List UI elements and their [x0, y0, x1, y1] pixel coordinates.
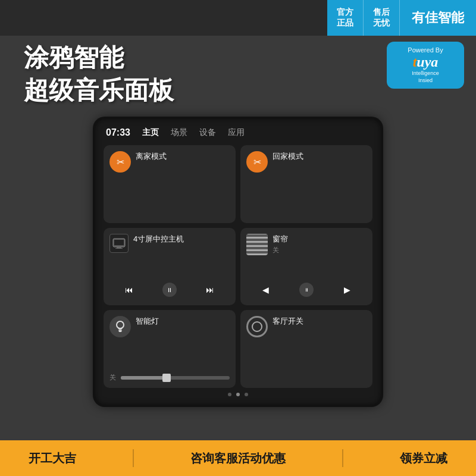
card-header: ✂ 离家模式: [109, 151, 230, 173]
controller-icon: [109, 234, 129, 253]
product-title: 涂鸦智能 超级音乐面板: [24, 42, 357, 107]
light-controls: 关: [109, 373, 230, 382]
away-mode-icon: ✂: [109, 151, 131, 173]
nav-app[interactable]: 应用: [228, 127, 245, 138]
home-mode-title: 回家模式: [273, 151, 303, 162]
svg-rect-3: [115, 248, 123, 249]
away-mode-title: 离家模式: [136, 151, 167, 162]
card-header: 客厅开关: [246, 316, 367, 337]
svg-rect-2: [117, 247, 121, 248]
bottom-banner: 开工大吉 咨询客服活动优惠 领券立减: [0, 440, 476, 476]
svg-rect-5: [118, 330, 122, 331]
away-mode-card[interactable]: ✂ 离家模式: [104, 145, 236, 223]
smart-light-card[interactable]: 智能灯 关: [104, 310, 236, 388]
controller-media-controls: ⏮ ⏸ ⏭: [109, 280, 230, 299]
controller-title: 4寸屏中控主机: [133, 234, 184, 245]
curtain-pause-btn[interactable]: ⏸: [299, 283, 314, 297]
device-frame: 07:33 主页 场景 设备 应用 ✂ 离家模式 ✂ 回家模式: [95, 119, 381, 405]
play-pause-btn[interactable]: ⏸: [162, 283, 177, 297]
switch-title: 客厅开关: [273, 316, 303, 327]
prev-btn[interactable]: ⏮: [123, 284, 136, 296]
living-switch-card[interactable]: 客厅开关: [240, 310, 372, 388]
divider-1: [133, 449, 134, 467]
divider-2: [342, 449, 343, 467]
tuya-badge: Powered By tuya Intelligence Insied: [387, 42, 464, 89]
page-dots: [101, 390, 375, 399]
tuya-subtitle: Intelligence Insied: [412, 70, 439, 84]
svg-rect-1: [114, 240, 124, 245]
curtain-title: 窗帘: [273, 234, 288, 245]
card-header: 智能灯: [109, 316, 230, 337]
svg-rect-6: [119, 331, 121, 332]
home-mode-icon: ✂: [246, 151, 268, 173]
curtain-left-btn[interactable]: ◀: [260, 284, 271, 296]
nav-home[interactable]: 主页: [142, 127, 159, 138]
light-status: 关: [109, 373, 116, 382]
official-badge: 官方 正品: [327, 0, 364, 36]
curtain-status: 关: [273, 246, 288, 255]
curtain-card[interactable]: 窗帘 关 ◀ ⏸ ▶: [240, 228, 372, 306]
next-btn[interactable]: ⏭: [203, 284, 217, 296]
switch-icon: [246, 316, 268, 337]
bottom-item-2: 咨询客服活动优惠: [190, 450, 286, 466]
tuya-logo: tuya: [413, 55, 439, 69]
svg-point-4: [117, 321, 124, 328]
powered-by-text: Powered By: [408, 46, 443, 54]
bottom-item-1: 开工大吉: [29, 450, 76, 466]
curtain-controls: ◀ ⏸ ▶: [246, 280, 367, 299]
nav-device[interactable]: 设备: [199, 127, 216, 138]
status-bar: 07:33 主页 场景 设备 应用: [101, 125, 375, 143]
nav-scene[interactable]: 场景: [171, 127, 187, 138]
light-slider[interactable]: [121, 376, 230, 380]
top-banner: 官方 正品 售后 无忧 有佳智能: [327, 0, 476, 36]
card-header: 窗帘 关: [246, 234, 367, 255]
light-icon: [109, 316, 131, 337]
card-header: 4寸屏中控主机: [109, 234, 230, 253]
brand-name: 有佳智能: [400, 0, 476, 36]
home-mode-card[interactable]: ✂ 回家模式: [240, 145, 372, 223]
curtain-right-btn[interactable]: ▶: [342, 284, 353, 296]
aftersales-badge: 售后 无忧: [364, 0, 400, 36]
light-title: 智能灯: [136, 316, 159, 327]
card-header: ✂ 回家模式: [246, 151, 367, 173]
device-time: 07:33: [106, 127, 130, 138]
curtain-icon: [246, 234, 268, 255]
product-area: 涂鸦智能 超级音乐面板 Powered By tuya Intelligence…: [0, 36, 476, 440]
title-section: 涂鸦智能 超级音乐面板: [24, 42, 357, 107]
device-grid: ✂ 离家模式 ✂ 回家模式: [101, 143, 375, 390]
controller-card[interactable]: 4寸屏中控主机 ⏮ ⏸ ⏭: [104, 228, 236, 306]
bottom-item-3: 领券立减: [400, 450, 447, 466]
